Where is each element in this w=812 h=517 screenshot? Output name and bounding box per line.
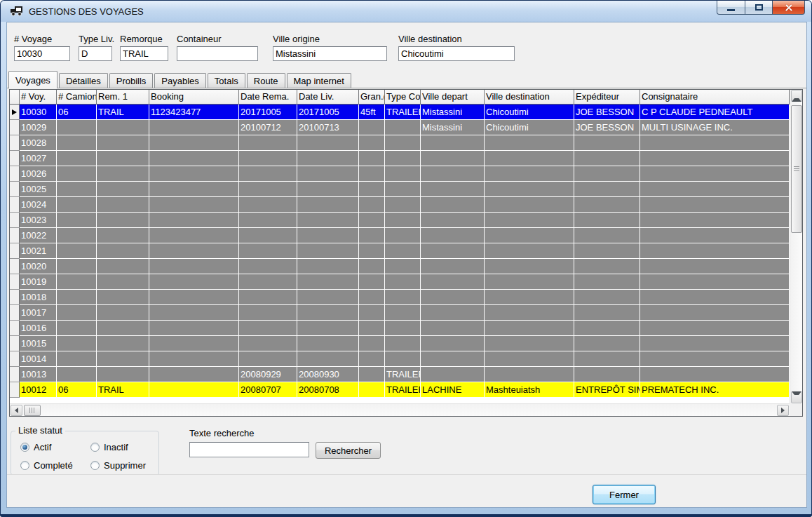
- tab-probills[interactable]: Probills: [109, 73, 154, 88]
- cell: [421, 243, 485, 259]
- row-selector[interactable]: [10, 367, 20, 382]
- table-row[interactable]: 10021: [10, 243, 790, 259]
- voyage-input[interactable]: [14, 46, 70, 61]
- table-row[interactable]: 10018: [10, 290, 790, 305]
- table-row[interactable]: 10025: [10, 182, 790, 197]
- table-row[interactable]: 10022: [10, 228, 790, 243]
- type-liv-field: Type Liv.: [79, 34, 112, 61]
- table-row[interactable]: 10028: [10, 135, 790, 151]
- cell: [485, 166, 574, 182]
- row-selector[interactable]: [10, 120, 20, 135]
- row-selector[interactable]: [10, 336, 20, 351]
- table-row[interactable]: 10027: [10, 151, 790, 166]
- row-selector[interactable]: [10, 259, 20, 274]
- close-button[interactable]: [773, 1, 805, 15]
- cell: [297, 228, 359, 243]
- cell: [385, 213, 421, 228]
- radio-inactif[interactable]: Inactif: [90, 438, 161, 456]
- client-area: # Voyage Type Liv. Remorque Containeur V…: [6, 22, 807, 508]
- cell: [149, 336, 239, 351]
- tab-payables[interactable]: Payables: [154, 73, 205, 88]
- cell: [574, 290, 640, 305]
- cell: [385, 197, 421, 213]
- column-header-date-liv[interactable]: Date Liv.: [297, 90, 359, 105]
- maximize-button[interactable]: [745, 1, 773, 15]
- cell: [97, 274, 149, 290]
- horizontal-scrollbar[interactable]: [10, 403, 790, 416]
- row-selector[interactable]: [10, 290, 20, 305]
- table-row[interactable]: 10020: [10, 259, 790, 274]
- minimize-button[interactable]: [717, 1, 745, 15]
- search-input[interactable]: [189, 442, 309, 457]
- table-row[interactable]: 10024: [10, 197, 790, 213]
- tab-d-tailles[interactable]: Détailles: [59, 73, 108, 88]
- column-header-camion[interactable]: # Camion: [57, 90, 97, 105]
- cell: [149, 259, 239, 274]
- table-row[interactable]: 1001206TRAIL2008070720080708TRAILERLACHI…: [10, 382, 790, 398]
- table-row[interactable]: 10014: [10, 351, 790, 367]
- row-selector[interactable]: [10, 166, 20, 182]
- radio-actif[interactable]: Actif: [20, 438, 90, 456]
- column-header-booking[interactable]: Booking: [149, 90, 239, 105]
- cell: [239, 351, 297, 367]
- containeur-input[interactable]: [177, 46, 258, 61]
- table-row[interactable]: 1003006TRAIL1123423477201710052017100545…: [10, 105, 790, 120]
- radio-supprimer[interactable]: Supprimer: [90, 456, 161, 474]
- column-header-gran[interactable]: Gran.(: [359, 90, 385, 105]
- radio-complet[interactable]: Completé: [20, 456, 90, 474]
- table-row[interactable]: 10015: [10, 336, 790, 351]
- column-header-consignataire[interactable]: Consignataire: [640, 90, 790, 105]
- table-row[interactable]: 100132008092920080930TRAILER: [10, 367, 790, 382]
- tab-voyages[interactable]: Voyages: [8, 71, 57, 88]
- table-row[interactable]: 10017: [10, 305, 790, 321]
- row-selector[interactable]: [10, 351, 20, 367]
- remorque-input[interactable]: [120, 46, 168, 61]
- row-selector[interactable]: [10, 274, 20, 290]
- table-row[interactable]: 100292010071220100713MistassiniChicoutim…: [10, 120, 790, 135]
- column-header-ville-destination[interactable]: Ville destination: [485, 90, 574, 105]
- tab-route[interactable]: Route: [247, 73, 285, 88]
- horizontal-scrollbar-thumb[interactable]: [24, 405, 41, 416]
- vertical-scrollbar[interactable]: [790, 90, 802, 403]
- cell: [297, 135, 359, 151]
- row-selector[interactable]: [10, 243, 20, 259]
- cell: [57, 228, 97, 243]
- tab-totals[interactable]: Totals: [208, 73, 245, 88]
- row-selector[interactable]: [10, 182, 20, 197]
- row-selector[interactable]: [10, 228, 20, 243]
- column-header-type-co[interactable]: Type Co: [385, 90, 421, 105]
- cell: [485, 197, 574, 213]
- column-header-exp-diteur[interactable]: Expéditeur: [574, 90, 640, 105]
- row-selector[interactable]: [10, 197, 20, 213]
- title-bar[interactable]: GESTIONS DES VOYAGES: [1, 1, 811, 22]
- table-row[interactable]: 10023: [10, 213, 790, 228]
- column-header-voy[interactable]: # Voy.: [20, 90, 57, 105]
- scroll-down-button[interactable]: [791, 391, 802, 403]
- ville-destination-input[interactable]: [398, 46, 515, 61]
- table-row[interactable]: 10019: [10, 274, 790, 290]
- row-selector[interactable]: [10, 305, 20, 321]
- scroll-right-button[interactable]: [777, 405, 789, 416]
- row-selector[interactable]: [10, 321, 20, 336]
- ville-origine-input[interactable]: [273, 46, 387, 61]
- voyages-table: # Voy.# CamionRem. 1BookingDate Rema.Dat…: [9, 89, 803, 417]
- tab-map-internet[interactable]: Map internet: [287, 73, 351, 88]
- row-selector[interactable]: [10, 382, 20, 398]
- table-row[interactable]: 10016: [10, 321, 790, 336]
- scroll-left-button[interactable]: [11, 405, 22, 416]
- column-header-date-rema[interactable]: Date Rema.: [239, 90, 297, 105]
- row-selector[interactable]: [10, 105, 20, 120]
- type-liv-input[interactable]: [79, 46, 112, 61]
- scroll-up-button[interactable]: [791, 90, 802, 102]
- table-row[interactable]: 10026: [10, 166, 790, 182]
- row-selector[interactable]: [10, 213, 20, 228]
- column-header-ville-depart[interactable]: Ville depart: [421, 90, 485, 105]
- rechercher-button[interactable]: Rechercher: [316, 442, 381, 459]
- row-selector[interactable]: [10, 151, 20, 166]
- cell: [57, 336, 97, 351]
- column-header-rem-1[interactable]: Rem. 1: [97, 90, 149, 105]
- fermer-button[interactable]: Fermer: [593, 485, 656, 504]
- vertical-scrollbar-thumb[interactable]: [791, 105, 802, 233]
- row-selector[interactable]: [10, 135, 20, 151]
- cell: [574, 336, 640, 351]
